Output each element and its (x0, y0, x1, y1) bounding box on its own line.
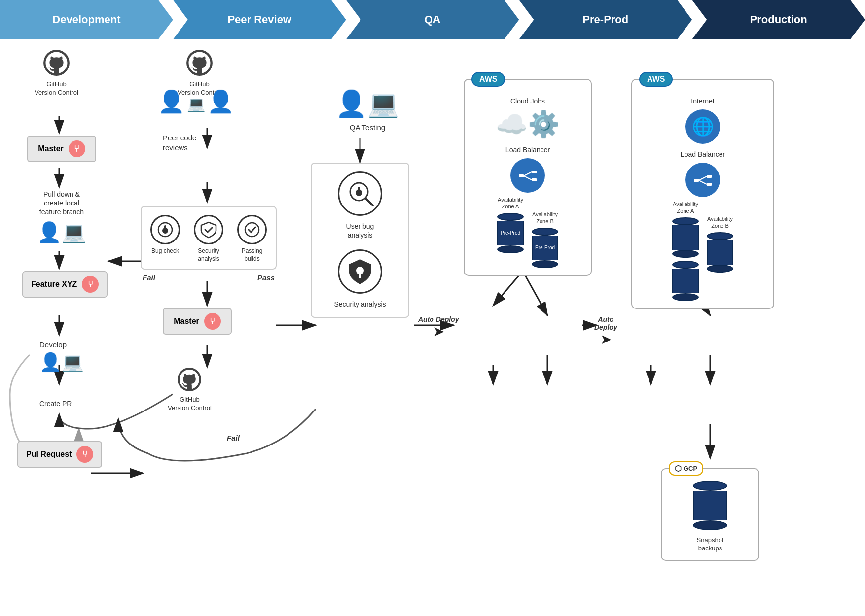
dev-pr-branch: Pul Request ⑂ (17, 441, 102, 468)
preprod-zone-b-label: AvailabilityZone B (532, 211, 558, 224)
dev-feature-box: Feature XYZ ⑂ (22, 271, 108, 298)
qa-security-analysis-label: Security analysis (334, 300, 386, 308)
stage-qa-label: QA (424, 13, 440, 26)
pr-check-boxes: Bug check Security analysis (141, 202, 277, 282)
dev-create-pr: Create PR (39, 399, 72, 408)
svg-line-16 (493, 271, 523, 306)
stage-dev-label: Development (52, 13, 120, 26)
stage-prod-label: Production (750, 13, 807, 26)
github-icon-pr-lower (177, 367, 202, 392)
qa-person-icon: 👤💻 (335, 89, 399, 119)
svg-rect-50 (707, 175, 712, 178)
preprod-zones: AvailabilityZone A Pre-Prod Availability… (497, 197, 558, 268)
prod-internet-label: Internet (691, 97, 714, 105)
auto-deploy-qa-preprod-label: Auto Deploy (418, 315, 459, 323)
pr-people: 👤 💻 👤 (158, 89, 234, 114)
preprod-zone-a-label: AvailabilityZone A (498, 197, 523, 209)
prod-globe-icon: 🌐 (685, 109, 720, 144)
qa-bug-analysis-label: User bug analysis (346, 222, 374, 240)
pr-peer-reviews-label: Peer code reviews (163, 134, 196, 152)
dev-develop-person: 👤💻 (39, 352, 84, 373)
prod-db-b (707, 232, 733, 273)
pr-security-label: Security analysis (191, 247, 226, 263)
dev-master-label: Master (38, 144, 64, 153)
dev-master-merge-icon: ⑂ (69, 140, 85, 157)
preprod-zone-a: AvailabilityZone A Pre-Prod (497, 197, 524, 253)
preprod-db-b: Pre-Prod (532, 228, 558, 268)
prod-aws-badge: AWS (639, 72, 673, 87)
pr-laptop-icon: 💻 (187, 95, 205, 112)
stage-prod: Production (692, 0, 865, 39)
github-icon-dev (43, 49, 70, 76)
stage-preprod-label: Pre-Prod (582, 13, 628, 26)
pr-master-box: Master ⑂ (163, 308, 232, 335)
auto-deploy-preprod-prod-label: Auto Deploy (594, 315, 617, 331)
prod-zone-b-label: AvailabilityZone B (707, 216, 733, 229)
prod-snapshot-label: Snapshot backups (697, 536, 724, 553)
preprod-aws-badge: AWS (471, 72, 505, 87)
prod-gcp-badge: ⬡ GCP (669, 461, 703, 476)
prod-gcp-content: Snapshot backups (669, 481, 752, 553)
preprod-aws-content: Cloud Jobs ☁️⚙️ Load Balancer Availabili… (471, 95, 584, 268)
prod-gcp-box: ⬡ GCP Snapshot backups (661, 468, 759, 561)
dev-pr-box: Pul Request ⑂ (17, 441, 102, 468)
auto-deploy-arrow-icon: ➤ (433, 323, 444, 340)
preprod-zone-b: AvailabilityZone B Pre-Prod (532, 211, 558, 268)
prod-lb-icon (685, 163, 720, 197)
qa-testing-label: QA Testing (350, 123, 385, 133)
svg-rect-49 (694, 179, 699, 182)
stage-preprod: Pre-Prod (519, 0, 692, 39)
svg-line-39 (366, 199, 373, 205)
dev-github-label: GitHubVersion Control (35, 80, 78, 97)
stage-qa: QA (346, 0, 519, 39)
pr-bug-check: Bug check (147, 215, 183, 255)
preprod-aws-label: AWS (479, 75, 497, 83)
preprod-aws-box: AWS Cloud Jobs ☁️⚙️ Load Balancer Avai (464, 79, 592, 276)
pr-passing-label: Passing builds (234, 247, 270, 263)
dev-develop-label: Develop (39, 341, 67, 349)
svg-rect-44 (519, 174, 524, 177)
pr-person1-icon: 👤 (158, 89, 185, 114)
qa-bug-analysis: User bug analysis (338, 171, 382, 240)
pr-passing-check: Passing builds (234, 215, 270, 263)
prod-zone-b: AvailabilityZone B (707, 216, 733, 272)
prod-db-a2 (672, 261, 699, 301)
qa-fail-label-pos: Fail (227, 434, 240, 443)
prod-gcp-label: GCP (684, 465, 697, 472)
prod-aws-content: Internet 🌐 Load Balancer AvailabilityZon… (639, 95, 766, 301)
dev-pr-label: Pul Request (26, 450, 72, 459)
svg-point-36 (245, 223, 259, 237)
pr-passing-icon (237, 215, 267, 244)
svg-line-47 (524, 172, 532, 176)
auto-deploy-arrow2-icon: ➤ (600, 331, 612, 347)
pr-github-lower-label: GitHubVersion Control (168, 396, 212, 412)
dev-feature-merge-icon: ⑂ (82, 276, 99, 293)
pr-person2-icon: 👤 (207, 89, 234, 114)
dev-pr-merge-icon: ⑂ (76, 446, 93, 463)
pr-github-lower: GitHubVersion Control (168, 367, 212, 412)
prod-zone-a-label: AvailabilityZone A (673, 201, 698, 214)
pr-master-merge-icon: ⑂ (204, 313, 221, 330)
dev-pulldown-label: Pull down & create local feature branch (39, 190, 84, 216)
stage-pr: Peer Review (173, 0, 346, 39)
qa-security-analysis: Security analysis (334, 249, 386, 308)
pr-security-icon (194, 215, 223, 244)
stage-pr-label: Peer Review (227, 13, 291, 26)
pr-bug-icon (150, 215, 180, 244)
gcp-hex-icon: ⬡ (675, 464, 682, 473)
preprod-lb-label: Load Balancer (505, 145, 550, 154)
prod-aws-box: AWS Internet 🌐 Load Balancer Availabi (631, 79, 774, 309)
svg-line-52 (699, 176, 707, 180)
svg-rect-41 (358, 187, 360, 192)
pr-fail-label: Fail (143, 274, 155, 282)
svg-line-53 (699, 180, 707, 184)
dev-master-box: Master ⑂ (27, 136, 96, 162)
preprod-lb-icon (510, 158, 545, 193)
dev-github: GitHubVersion Control (35, 49, 78, 97)
qa-fail-label: Fail (227, 434, 240, 442)
qa-security-icon (338, 249, 382, 294)
auto-deploy-preprod-prod: Auto Deploy ➤ (594, 315, 617, 347)
svg-line-48 (524, 176, 532, 180)
auto-deploy-qa-preprod: Auto Deploy ➤ (418, 315, 459, 340)
pipeline-header: Development Peer Review QA Pre-Prod Prod… (0, 0, 865, 39)
